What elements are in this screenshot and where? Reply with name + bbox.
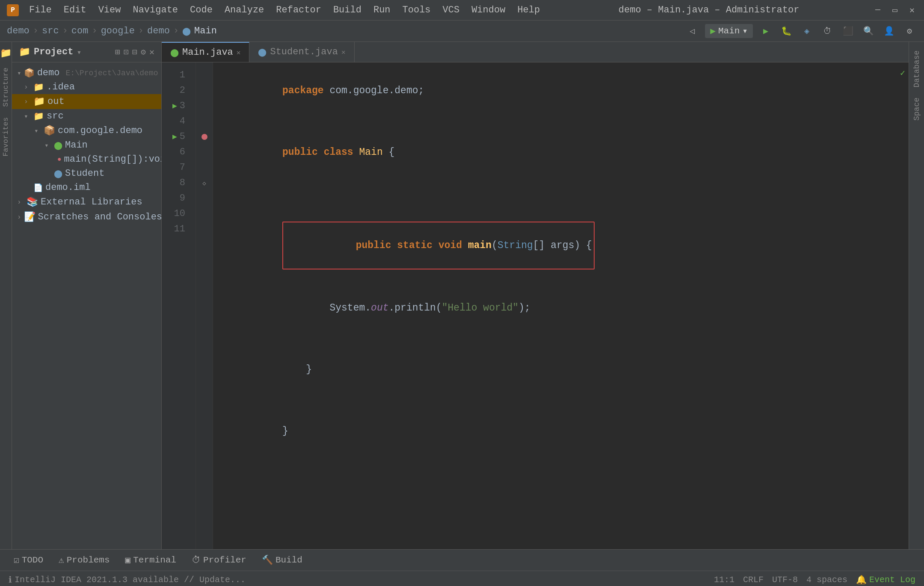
iml-icon: 📄 bbox=[33, 183, 43, 192]
profiler-button[interactable]: ⏱ Profiler bbox=[185, 553, 253, 568]
indent-item[interactable]: 4 spaces bbox=[806, 575, 847, 585]
line-ending-item[interactable]: CRLF bbox=[743, 575, 764, 585]
gutter-2 bbox=[196, 83, 213, 98]
top-toolbar: demo › src › com › google › demo › ⬤ Mai… bbox=[0, 21, 924, 42]
line-9: 9 bbox=[162, 191, 189, 206]
check-mark: ✓ bbox=[900, 68, 905, 78]
profiler-button[interactable]: ⏱ bbox=[820, 24, 835, 39]
search-button[interactable]: 🔍 bbox=[861, 24, 876, 39]
run-config[interactable]: ▶ Main ▾ bbox=[705, 24, 753, 38]
tree-student[interactable]: ⬤ Student bbox=[12, 166, 161, 181]
breadcrumb-src[interactable]: src bbox=[42, 26, 59, 36]
collapse-all-icon[interactable]: ⊞ bbox=[115, 47, 120, 57]
menu-help[interactable]: Help bbox=[512, 3, 545, 17]
run-config-label: Main bbox=[718, 26, 740, 36]
tree-root[interactable]: ▾ 📦 demo E:\Project\Java\demo bbox=[12, 66, 161, 80]
stop-button[interactable]: ⬛ bbox=[840, 24, 856, 39]
bookmark-8[interactable]: ◇ bbox=[202, 180, 206, 187]
tree-src[interactable]: ▾ 📁 src bbox=[12, 109, 161, 123]
menu-window[interactable]: Window bbox=[466, 3, 510, 17]
menu-view[interactable]: View bbox=[93, 3, 126, 17]
breakpoint-5[interactable] bbox=[201, 134, 207, 140]
close-sidebar-icon[interactable]: ✕ bbox=[149, 47, 154, 57]
menu-navigate[interactable]: Navigate bbox=[127, 3, 183, 17]
tab-main-icon: ⬤ bbox=[170, 48, 179, 57]
gutter-6 bbox=[196, 145, 213, 160]
out-icon: 📁 bbox=[33, 96, 45, 107]
settings-button[interactable]: ⚙ bbox=[902, 24, 917, 39]
back-button[interactable]: ◁ bbox=[684, 24, 700, 39]
tree-main-method[interactable]: ● main(String[]):void bbox=[12, 152, 161, 166]
tree-out[interactable]: › 📁 out bbox=[12, 94, 161, 109]
terminal-label: Terminal bbox=[133, 555, 176, 565]
menu-tools[interactable]: Tools bbox=[397, 3, 436, 17]
build-label: Build bbox=[275, 555, 302, 565]
line-6: 6 bbox=[162, 145, 189, 160]
favorites-tab[interactable]: Favorites bbox=[0, 114, 12, 160]
menu-file[interactable]: File bbox=[24, 3, 57, 17]
code-line-8: } bbox=[223, 346, 900, 393]
run-line-5[interactable]: ▶ bbox=[172, 129, 177, 145]
line-ending-text: CRLF bbox=[743, 575, 764, 585]
encoding-item[interactable]: UTF-8 bbox=[772, 575, 798, 585]
student-icon: ⬤ bbox=[54, 169, 62, 178]
tabs-bar: ⬤ Main.java ✕ ⬤ Student.java ✕ bbox=[162, 42, 909, 62]
root-label: demo bbox=[37, 68, 60, 78]
menu-edit[interactable]: Edit bbox=[59, 3, 92, 17]
space-tab[interactable]: Space bbox=[910, 92, 924, 126]
tab-student[interactable]: ⬤ Student.java ✕ bbox=[249, 42, 354, 62]
gutter-8: ◇ bbox=[196, 175, 213, 191]
locate-icon[interactable]: ⊡ bbox=[124, 47, 129, 57]
breadcrumb-google[interactable]: google bbox=[101, 26, 135, 36]
tree-ext-lib[interactable]: › 📚 External Libraries bbox=[12, 195, 161, 210]
menu-refactor[interactable]: Refactor bbox=[271, 3, 326, 17]
event-log-button[interactable]: 🔔 Event Log bbox=[856, 574, 915, 585]
code-content[interactable]: package com.google.demo; public class Ma… bbox=[213, 62, 900, 549]
line-2: 2 bbox=[162, 83, 189, 98]
position-item[interactable]: 11:1 bbox=[714, 575, 734, 585]
todo-button[interactable]: ☑ TODO bbox=[7, 552, 50, 568]
breadcrumb-com[interactable]: com bbox=[71, 26, 89, 36]
titlebar: P File Edit View Navigate Code Analyze R… bbox=[0, 0, 924, 21]
menu-analyze[interactable]: Analyze bbox=[219, 3, 269, 17]
breadcrumb-demo2[interactable]: demo bbox=[147, 26, 170, 36]
minimize-button[interactable]: ─ bbox=[873, 5, 883, 15]
gutter-5 bbox=[196, 129, 213, 145]
line-1: 1 bbox=[162, 68, 189, 83]
tree-idea[interactable]: › 📁 .idea bbox=[12, 80, 161, 94]
account-button[interactable]: 👤 bbox=[881, 24, 897, 39]
menu-vcs[interactable]: VCS bbox=[438, 3, 465, 17]
coverage-button[interactable]: ◈ bbox=[799, 24, 814, 39]
run-button[interactable]: ▶ bbox=[758, 24, 773, 39]
restore-button[interactable]: ▭ bbox=[890, 5, 900, 15]
menu-code[interactable]: Code bbox=[185, 3, 218, 17]
terminal-button[interactable]: ▣ Terminal bbox=[118, 552, 183, 568]
menu-build[interactable]: Build bbox=[328, 3, 367, 17]
titlebar-right: ─ ▭ ✕ bbox=[873, 5, 917, 15]
settings-icon[interactable]: ⚙ bbox=[141, 47, 146, 57]
close-button[interactable]: ✕ bbox=[907, 5, 917, 15]
tree-main-class[interactable]: ▾ ⬤ Main bbox=[12, 138, 161, 152]
tab-main[interactable]: ⬤ Main.java ✕ bbox=[162, 42, 249, 62]
root-path: E:\Project\Java\demo bbox=[65, 69, 158, 77]
tab-main-close[interactable]: ✕ bbox=[237, 48, 241, 57]
tab-student-close[interactable]: ✕ bbox=[341, 48, 346, 56]
expand-icon[interactable]: ⊟ bbox=[132, 47, 137, 57]
breadcrumb-demo[interactable]: demo bbox=[7, 26, 30, 36]
notification-item[interactable]: ℹ IntelliJ IDEA 2021.1.3 available // Up… bbox=[9, 574, 246, 585]
line-10: 10 bbox=[162, 206, 189, 222]
breadcrumb-main[interactable]: Main bbox=[194, 26, 217, 36]
debug-button[interactable]: 🐛 bbox=[779, 24, 794, 39]
tree-iml[interactable]: 📄 demo.iml bbox=[12, 181, 161, 195]
project-icon[interactable]: 📁 bbox=[0, 45, 14, 61]
project-chevron[interactable]: ▾ bbox=[77, 47, 81, 57]
tree-package[interactable]: ▾ 📦 com.google.demo bbox=[12, 123, 161, 138]
tree-scratches[interactable]: › 📝 Scratches and Consoles bbox=[12, 210, 161, 225]
problems-button[interactable]: ⚠ Problems bbox=[52, 552, 116, 568]
menu-run[interactable]: Run bbox=[368, 3, 396, 17]
build-button[interactable]: 🔨 Build bbox=[255, 552, 309, 568]
structure-tab[interactable]: Structure bbox=[0, 64, 12, 110]
database-tab[interactable]: Database bbox=[910, 45, 924, 92]
code-line-4 bbox=[223, 175, 900, 191]
run-line-3[interactable]: ▶ bbox=[172, 98, 177, 114]
